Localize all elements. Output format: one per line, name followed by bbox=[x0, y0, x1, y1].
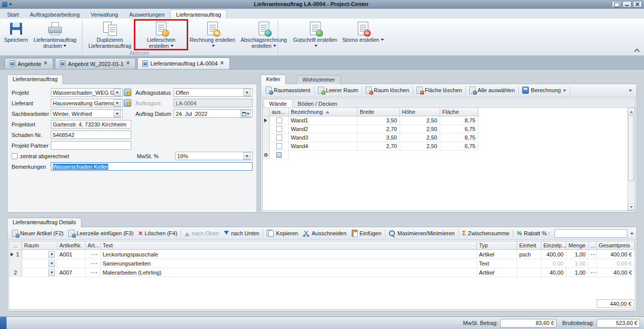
dropdown-button[interactable] bbox=[114, 99, 121, 107]
column-header-art[interactable]: Art... bbox=[86, 241, 101, 249]
bezeichnung-cell[interactable]: Wand4 bbox=[289, 142, 358, 150]
gesamtpreis-cell[interactable]: 40,00 € bbox=[597, 268, 635, 277]
gesamtpreis-cell[interactable]: 0,00 € bbox=[597, 259, 635, 268]
einheit-cell[interactable] bbox=[517, 268, 541, 277]
bezeichnung-cell[interactable]: Wand2 bbox=[289, 125, 358, 133]
raum-loeschen-button[interactable]: Raum löschen bbox=[363, 86, 412, 95]
projekt-combobox[interactable]: Wasserschaden_WEG Garte... bbox=[51, 88, 123, 97]
ribbon-tab-verwaltung[interactable]: Verwaltung bbox=[85, 10, 123, 19]
ellipsis-button[interactable] bbox=[91, 251, 98, 257]
select-cell[interactable] bbox=[270, 116, 289, 124]
flaeche-cell[interactable]: 8,75 bbox=[440, 134, 478, 142]
einzelpreis-cell[interactable]: 0,00 bbox=[541, 259, 567, 268]
close-tab-icon[interactable] bbox=[220, 61, 225, 67]
minimize-window-button[interactable] bbox=[622, 1, 631, 8]
art-cell[interactable] bbox=[86, 259, 101, 268]
breite-cell[interactable]: 2,70 bbox=[358, 125, 400, 133]
speichern-button[interactable]: Speichern bbox=[3, 20, 29, 51]
einzelpreis-cell[interactable]: 400,00 bbox=[541, 250, 567, 258]
raumassistent-button[interactable]: Raumassistent bbox=[263, 86, 313, 95]
ellipsis-button[interactable] bbox=[91, 260, 98, 267]
einfuegen-button[interactable]: Einfügen bbox=[349, 229, 384, 238]
form-panel-tab[interactable]: Lieferantenauftrag bbox=[7, 75, 63, 84]
typ-cell[interactable]: Text bbox=[477, 259, 517, 268]
column-header-text[interactable]: Text bbox=[101, 241, 477, 249]
room-tab-keller[interactable]: Keller bbox=[261, 75, 286, 84]
auftrag-datum-field[interactable]: 24. Jul .2022 bbox=[174, 109, 253, 118]
row-checkbox[interactable] bbox=[276, 135, 282, 141]
leerer-raum-button[interactable]: Leerer Raum bbox=[315, 86, 361, 95]
new-row-cell[interactable] bbox=[270, 151, 289, 159]
ellipsis-button[interactable] bbox=[91, 270, 98, 276]
document-tab-lieferantenauftrag-la-0004[interactable]: Lieferantenauftrag LA-0004 bbox=[137, 57, 230, 69]
gutschrift-erstellen-button[interactable]: Gutschrift erstellen bbox=[289, 20, 341, 51]
artikelnr-cell[interactable]: A007 bbox=[57, 268, 86, 277]
column-header-typ[interactable]: Typ bbox=[477, 241, 517, 249]
rabatt-input[interactable] bbox=[554, 229, 627, 238]
breite-cell[interactable]: 3,50 bbox=[358, 134, 400, 142]
article-row-2[interactable]: Sanierungsarbeiten Text 0,00 1,00 0,00 € bbox=[9, 259, 635, 268]
ribbon-tab-start[interactable]: Start bbox=[2, 10, 24, 19]
calendar-dropdown-button[interactable] bbox=[240, 110, 251, 117]
raum-cell[interactable] bbox=[22, 259, 57, 268]
open-projekt-button[interactable] bbox=[124, 89, 131, 96]
collapse-ribbon-button[interactable] bbox=[633, 47, 640, 53]
menge-cell[interactable]: 1,00 bbox=[567, 250, 589, 258]
more-cell[interactable] bbox=[589, 250, 597, 258]
typ-cell[interactable]: Artikel bbox=[477, 250, 517, 258]
bezeichnung-cell[interactable]: Wand3 bbox=[289, 134, 358, 142]
dropdown-button[interactable] bbox=[114, 110, 121, 117]
dropdown-button[interactable] bbox=[48, 260, 55, 267]
open-lieferant-button[interactable] bbox=[124, 99, 131, 107]
sachbearbeiter-combobox[interactable]: Winter, Winfried bbox=[51, 109, 123, 118]
einzelpreis-cell[interactable]: 40,00 bbox=[541, 268, 567, 277]
column-header-raum[interactable]: Raum bbox=[22, 241, 57, 249]
storno-erstellen-button[interactable]: Storno erstellen bbox=[341, 20, 385, 51]
restore-window-button[interactable] bbox=[612, 1, 621, 8]
flaeche-cell[interactable]: 6,75 bbox=[440, 142, 478, 150]
leerzeile-einfuegen-button[interactable]: Leerzeile einfügen (F3) bbox=[66, 229, 136, 238]
rechnung-erstellen-button[interactable]: Rechnung erstellen bbox=[187, 20, 238, 51]
art-cell[interactable] bbox=[86, 268, 101, 277]
art-cell[interactable] bbox=[86, 250, 101, 258]
row-checkbox[interactable] bbox=[276, 126, 282, 132]
table-row-wand1[interactable]: Wand1 3,50 2,50 8,75 bbox=[263, 116, 479, 125]
column-header-einheit[interactable]: Einheit bbox=[517, 241, 541, 249]
maximieren-minimieren-button[interactable]: Maximieren/Minimieren bbox=[386, 229, 457, 238]
ribbon-tab-lieferantenauftrag[interactable]: Lieferantenauftrag bbox=[170, 10, 227, 19]
bezeichnung-cell[interactable]: Wand1 bbox=[289, 116, 358, 124]
einheit-cell[interactable] bbox=[517, 259, 541, 268]
ellipsis-button[interactable] bbox=[591, 270, 597, 276]
projekt-partner-field[interactable] bbox=[51, 141, 131, 150]
breite-cell[interactable]: 3,50 bbox=[358, 116, 400, 124]
dropdown-button[interactable] bbox=[244, 152, 251, 160]
flaeche-cell[interactable]: 6,75 bbox=[440, 125, 478, 133]
nach-unten-button[interactable]: nach Unten bbox=[221, 229, 262, 238]
duplizieren-lieferantenauftrag-button[interactable]: Duplizieren Lieferantenauftrag bbox=[84, 20, 135, 51]
table-row-wand2[interactable]: Wand2 2,70 2,50 6,75 bbox=[263, 125, 479, 134]
new-row-indicator[interactable] bbox=[263, 151, 289, 159]
column-header-auswahl[interactable]: aus... bbox=[270, 108, 289, 116]
hoehe-cell[interactable]: 2,50 bbox=[400, 116, 440, 124]
artikelnr-cell[interactable] bbox=[57, 259, 86, 268]
hoehe-cell[interactable]: 2,50 bbox=[400, 134, 440, 142]
row-checkbox[interactable] bbox=[276, 117, 282, 123]
document-tab-angebot-w-2022-01-1[interactable]: Angebot W_2022-01-1 bbox=[55, 58, 136, 69]
column-header-gesamtpreis[interactable]: Gesamtpreis bbox=[597, 241, 635, 249]
row-checkbox[interactable] bbox=[276, 143, 282, 149]
select-cell[interactable] bbox=[270, 134, 289, 142]
column-header-more[interactable]: ... bbox=[589, 241, 597, 249]
abschlagsrechnung-erstellen-button[interactable]: Abschlagsrechnung erstellen bbox=[238, 20, 289, 51]
zentral-abgerechnet-checkbox[interactable] bbox=[12, 153, 18, 159]
column-header-flaeche[interactable]: Fläche bbox=[440, 108, 478, 116]
close-tab-icon[interactable] bbox=[44, 61, 48, 67]
einheit-cell[interactable]: psch bbox=[517, 250, 541, 258]
flaeche-cell[interactable]: 8,75 bbox=[440, 116, 478, 124]
bemerkungen-field[interactable]: Wasserschaden Keller bbox=[51, 162, 253, 171]
close-window-button[interactable] bbox=[633, 1, 642, 8]
flaeche-loeschen-button[interactable]: Fläche löschen bbox=[414, 86, 464, 95]
mwst-combobox[interactable]: 19% bbox=[175, 152, 253, 160]
column-header-hoehe[interactable]: Höhe bbox=[400, 108, 440, 116]
breite-cell[interactable]: 2,70 bbox=[358, 142, 400, 150]
details-panel-tab[interactable]: Lieferantenauftrag Details bbox=[7, 218, 82, 227]
